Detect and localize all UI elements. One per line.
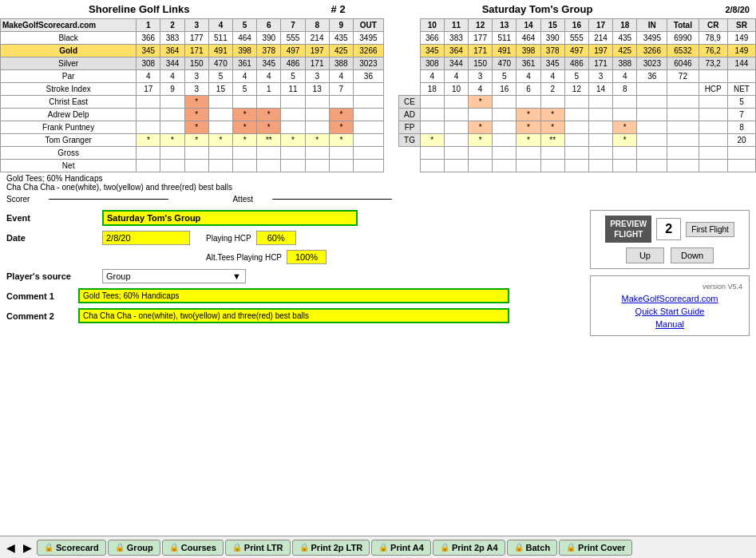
player-abbr: CE (399, 96, 420, 109)
comment2-row: Comment 2 (6, 308, 582, 323)
comment1-input[interactable] (78, 288, 509, 303)
col-spacer2 (399, 19, 420, 32)
preview-flight-box: PREVIEW FLIGHT 2 First Flight Up Down (590, 210, 750, 269)
table-row: Stroke Index 1793155111137 1810416621214… (1, 83, 756, 96)
alt-tees-label: Alt.Tees Playing HCP (206, 253, 282, 262)
alt-tees-row: Alt.Tees Playing HCP (6, 250, 582, 264)
playing-hcp-label: Playing HCP (206, 234, 251, 243)
up-down-row: Up Down (626, 247, 714, 263)
col-sr: SR (727, 19, 755, 32)
playing-hcp-input[interactable] (256, 231, 296, 245)
alt-tees-input[interactable] (287, 250, 327, 264)
note-line2: Cha Cha Cha - one(white), two(yellow) an… (6, 183, 750, 192)
table-row: Black 366383177511464390555214435 3495 3… (1, 32, 756, 45)
col-total: Total (667, 19, 699, 32)
comment1-label: Comment 1 (6, 291, 78, 301)
col-1: 1 (137, 19, 160, 32)
tab-scorecard[interactable]: 🔒 Scorecard (37, 540, 106, 556)
date-row: Date Playing HCP (6, 231, 582, 245)
manual-link[interactable]: Manual (597, 319, 742, 329)
lock-icon-print-ltr: 🔒 (232, 543, 242, 552)
table-row: Adrew Delp **** AD ** 7 (1, 109, 756, 121)
tab-nav-right[interactable]: ▶ (20, 541, 35, 554)
tab-print-2p-ltr-label: Print 2p LTR (311, 543, 363, 552)
event-input[interactable] (102, 210, 358, 226)
lock-icon-print-2p-a4: 🔒 (440, 543, 449, 552)
comment2-label: Comment 2 (6, 311, 78, 321)
player-abbr: TG (399, 134, 420, 147)
lock-icon-courses: 🔒 (169, 543, 179, 552)
table-row: Christ East * CE * 5 (1, 96, 756, 109)
comment1-row: Comment 1 (6, 288, 582, 303)
preview-label: PREVIEW FLIGHT (605, 216, 651, 243)
attest-label: Attest (232, 195, 253, 204)
player-name: Gross (1, 147, 137, 160)
player-source-label: Player's source (6, 271, 102, 281)
quick-start-link[interactable]: Quick Start Guide (597, 307, 742, 316)
col-out: OUT (353, 19, 383, 32)
table-row: Net (1, 160, 756, 172)
player-name: Stroke Index (1, 83, 137, 96)
player-name: Adrew Delp (1, 109, 137, 121)
col-7: 7 (281, 19, 305, 32)
event-row: Event (6, 210, 582, 226)
notes-area: Gold Tees; 60% Handicaps Cha Cha Cha - o… (0, 172, 756, 193)
tab-print-2p-ltr[interactable]: 🔒 Print 2p LTR (292, 540, 370, 556)
version-text: version V5.4 (597, 283, 742, 291)
col-16: 16 (564, 19, 588, 32)
player-name: Net (1, 160, 137, 172)
tab-print-ltr-label: Print LTR (244, 543, 283, 552)
lock-icon-print-a4: 🔒 (378, 543, 388, 552)
col-17: 17 (588, 19, 612, 32)
tab-bar: ◀ ▶ 🔒 Scorecard 🔒 Group 🔒 Courses 🔒 Prin… (0, 536, 756, 558)
form-section: Event Date Playing HCP Alt.Tees Playing … (6, 210, 582, 336)
table-row: Gross (1, 147, 756, 160)
date-input[interactable] (102, 231, 190, 245)
player-source-wrapper[interactable]: Group Tee Sheet Manual ▼ (102, 269, 246, 283)
comment2-input[interactable] (78, 308, 509, 323)
tab-nav-left[interactable]: ◀ (3, 541, 18, 554)
lock-icon-print-cover: 🔒 (566, 543, 576, 552)
tab-print-cover[interactable]: 🔒 Print Cover (559, 540, 632, 556)
tab-print-2p-a4[interactable]: 🔒 Print 2p A4 (433, 540, 505, 556)
tab-print-a4-label: Print A4 (390, 543, 424, 552)
scorer-label: Scorer (6, 195, 30, 204)
up-button[interactable]: Up (626, 247, 664, 263)
col-10: 10 (420, 19, 444, 32)
lock-icon-scorecard: 🔒 (44, 543, 53, 552)
flight-number: 2 (656, 218, 681, 240)
col-14: 14 (517, 19, 540, 32)
tab-print-a4[interactable]: 🔒 Print A4 (371, 540, 431, 556)
first-flight-button[interactable]: First Flight (686, 222, 734, 237)
player-source-select[interactable]: Group Tee Sheet Manual (102, 269, 246, 283)
player-name: Black (1, 32, 137, 45)
tab-print-2p-a4-label: Print 2p A4 (452, 543, 498, 552)
table-row: Frank Puntney **** FP **** 8 (1, 121, 756, 134)
hole-number: # 2 (272, 3, 405, 15)
table-row: Silver 308344150470361345486171388 3023 … (1, 57, 756, 70)
col-11: 11 (444, 19, 468, 32)
course-name: Shoreline Golf Links (6, 3, 272, 15)
note-line1: Gold Tees; 60% Handicaps (6, 174, 750, 183)
makegolf-box: version V5.4 MakeGolfScorecard.com Quick… (590, 275, 750, 336)
tab-courses[interactable]: 🔒 Courses (162, 540, 224, 556)
table-row: Par 443544534 36 443544534 3672 (1, 70, 756, 83)
player-abbr: AD (399, 109, 420, 121)
makegolf-link[interactable]: MakeGolfScorecard.com (597, 294, 742, 303)
tab-scorecard-label: Scorecard (56, 543, 99, 552)
tab-batch[interactable]: 🔒 Batch (507, 540, 558, 556)
player-name: Silver (1, 57, 137, 70)
lock-icon-print-2p-ltr: 🔒 (299, 543, 309, 552)
col-4: 4 (208, 19, 232, 32)
tab-print-cover-label: Print Cover (578, 543, 625, 552)
col-15: 15 (540, 19, 564, 32)
tab-print-ltr[interactable]: 🔒 Print LTR (225, 540, 291, 556)
header-date: 2/8/20 (670, 5, 750, 14)
tab-group[interactable]: 🔒 Group (108, 540, 160, 556)
down-button[interactable]: Down (671, 247, 714, 263)
attest-underline (272, 199, 392, 200)
table-row: Tom Granger ********** TG ****** 20 (1, 134, 756, 147)
lock-icon-group: 🔒 (115, 543, 125, 552)
table-row: Gold 345364171491398378497197425 3266 34… (1, 45, 756, 57)
tab-batch-label: Batch (526, 543, 551, 552)
